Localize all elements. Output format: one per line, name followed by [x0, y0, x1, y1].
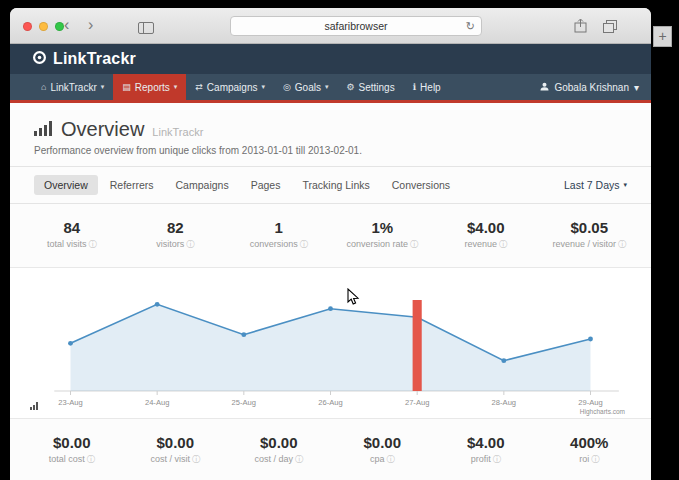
stat-label: revenue — [464, 239, 497, 249]
svg-text:29-Aug: 29-Aug — [578, 398, 603, 407]
info-icon[interactable]: ⓘ — [618, 240, 626, 249]
svg-text:28-Aug: 28-Aug — [492, 398, 517, 407]
stat-roi: 400% roiⓘ — [538, 434, 642, 465]
date-range-selector[interactable]: Last 7 Days ▾ — [564, 179, 627, 191]
stat-value: 1% — [331, 219, 435, 236]
stat-value: $0.00 — [227, 434, 331, 451]
stat-label: revenue / visitor — [552, 239, 616, 249]
stat-revenue-visitor: $0.05 revenue / visitorⓘ — [538, 219, 642, 250]
chevron-down-icon: ▾ — [174, 83, 178, 91]
tab-conversions[interactable]: Conversions — [382, 175, 460, 195]
nav-item-goals[interactable]: ◎ Goals ▾ — [274, 74, 338, 100]
stat-value: $0.00 — [20, 434, 124, 451]
stat-label: cpa — [370, 454, 385, 464]
info-icon[interactable]: ⓘ — [410, 240, 418, 249]
stat-label: conversion rate — [346, 239, 408, 249]
address-bar[interactable]: safaribrowser ↻ — [230, 16, 482, 36]
info-icon[interactable]: ⓘ — [89, 240, 97, 249]
svg-text:25-Aug: 25-Aug — [232, 398, 257, 407]
chart-mini-icon — [30, 396, 39, 414]
nav-item-help[interactable]: ℹ Help — [404, 74, 450, 100]
stat-conversions: 1 conversionsⓘ — [227, 219, 331, 250]
stat-value: $4.00 — [434, 219, 538, 236]
linktrackr-logo-icon[interactable] — [32, 50, 47, 69]
chevron-down-icon: ▾ — [101, 83, 105, 91]
plus-button[interactable]: + — [653, 26, 672, 47]
svg-text:23-Aug: 23-Aug — [58, 398, 83, 407]
user-name: Gobala Krishnan — [554, 82, 629, 93]
sidebar-toggle-icon[interactable] — [138, 20, 154, 38]
zoom-window-button[interactable] — [55, 22, 64, 31]
info-icon[interactable]: ⓘ — [493, 455, 501, 464]
stat-visitors: 82 visitorsⓘ — [124, 219, 228, 250]
address-bar-text: safaribrowser — [324, 20, 387, 32]
stat-total-visits: 84 total visitsⓘ — [20, 219, 124, 250]
tab-referrers[interactable]: Referrers — [100, 175, 164, 195]
browser-forward-button[interactable]: › — [88, 15, 93, 35]
chevron-down-icon: ▾ — [325, 83, 329, 91]
stat-value: $0.00 — [124, 434, 228, 451]
page-title-brand: LinkTrackr — [152, 126, 203, 138]
stat-revenue: $4.00 revenueⓘ — [434, 219, 538, 250]
stat-value: $0.00 — [331, 434, 435, 451]
stat-value: 1 — [227, 219, 331, 236]
reload-icon[interactable]: ↻ — [466, 17, 475, 35]
info-icon[interactable]: ⓘ — [186, 240, 194, 249]
overview-chart-svg: 23-Aug24-Aug25-Aug26-Aug27-Aug28-Aug29-A… — [34, 271, 627, 415]
info-icon[interactable]: ⓘ — [591, 455, 599, 464]
nav-item-reports[interactable]: ▤ Reports ▾ — [113, 74, 186, 100]
brand-title[interactable]: LinkTrackr — [53, 50, 136, 68]
help-icon: ℹ — [413, 82, 416, 92]
home-icon: ⌂ — [41, 82, 46, 92]
stat-label: visitors — [156, 239, 184, 249]
svg-text:26-Aug: 26-Aug — [318, 398, 343, 407]
tab-campaigns[interactable]: Campaigns — [166, 175, 239, 195]
nav-item-campaigns[interactable]: ⇄ Campaigns ▾ — [186, 74, 274, 100]
info-icon[interactable]: ⓘ — [387, 455, 395, 464]
nav-item-label: Campaigns — [207, 82, 258, 93]
tab-tracking-links[interactable]: Tracking Links — [292, 175, 379, 195]
stat-value: $4.00 — [434, 434, 538, 451]
site-header: LinkTrackr — [10, 44, 651, 74]
campaigns-icon: ⇄ — [195, 82, 203, 92]
info-icon[interactable]: ⓘ — [295, 455, 303, 464]
stat-conversion-rate: 1% conversion rateⓘ — [331, 219, 435, 250]
report-tabs: Overview Referrers Campaigns Pages Track… — [10, 167, 651, 203]
close-window-button[interactable] — [23, 22, 32, 31]
browser-back-button[interactable]: ‹ — [64, 15, 69, 35]
stat-label: profit — [471, 454, 491, 464]
stat-value: 400% — [538, 434, 642, 451]
svg-text:27-Aug: 27-Aug — [405, 398, 430, 407]
tab-pages[interactable]: Pages — [241, 175, 291, 195]
screenshot-stage: ‹ › safaribrowser ↻ LinkTrackr — [0, 0, 679, 480]
nav-item-label: Settings — [359, 82, 395, 93]
stat-label: total cost — [49, 454, 85, 464]
user-menu[interactable]: Gobala Krishnan ▾ — [540, 74, 639, 100]
info-icon[interactable]: ⓘ — [499, 240, 507, 249]
stat-label: roi — [579, 454, 589, 464]
browser-chrome: ‹ › safaribrowser ↻ — [10, 8, 651, 44]
chart-credit-link[interactable]: Highcharts.com — [580, 408, 625, 415]
browser-window: ‹ › safaribrowser ↻ LinkTrackr — [10, 8, 651, 480]
traffic-lights — [23, 22, 64, 31]
page-content: Overview LinkTrackr Performance overview… — [10, 103, 651, 480]
svg-text:24-Aug: 24-Aug — [145, 398, 170, 407]
info-icon[interactable]: ⓘ — [192, 455, 200, 464]
stat-cpa: $0.00 cpaⓘ — [331, 434, 435, 465]
nav-item-label: LinkTrackr — [50, 82, 96, 93]
nav-item-label: Help — [420, 82, 441, 93]
tab-overview[interactable]: Overview — [34, 175, 98, 195]
info-icon[interactable]: ⓘ — [87, 455, 95, 464]
nav-item-settings[interactable]: ⚙ Settings — [337, 74, 403, 100]
info-icon[interactable]: ⓘ — [300, 240, 308, 249]
stat-value: 84 — [20, 219, 124, 236]
reports-icon: ▤ — [122, 82, 131, 92]
nav-item-label: Goals — [295, 82, 321, 93]
page-subtitle: Performance overview from unique clicks … — [34, 145, 627, 156]
share-icon[interactable] — [574, 18, 587, 37]
stat-label: cost / day — [254, 454, 293, 464]
minimize-window-button[interactable] — [39, 22, 48, 31]
nav-item-linktrackr[interactable]: ⌂ LinkTrackr ▾ — [32, 74, 113, 100]
stat-profit: $4.00 profitⓘ — [434, 434, 538, 465]
show-tabs-icon[interactable] — [603, 19, 617, 37]
